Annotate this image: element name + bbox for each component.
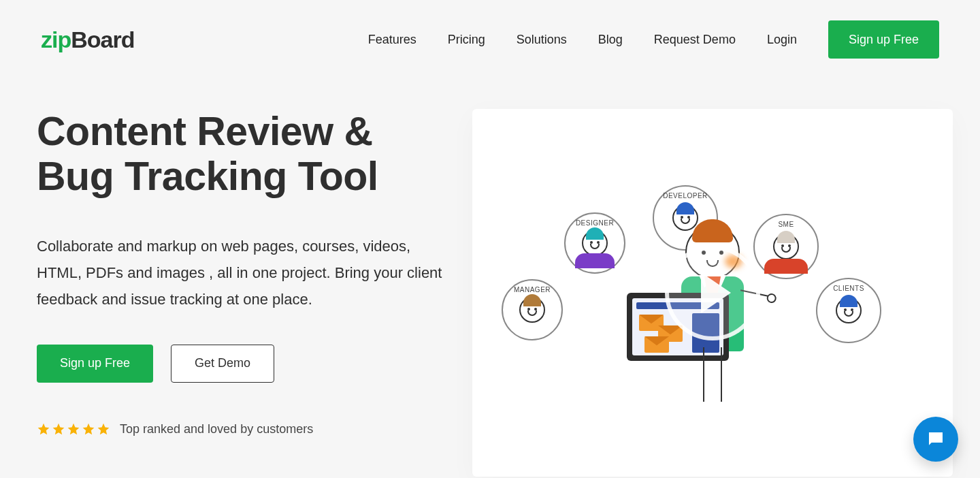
role-label-sme: SME	[778, 221, 794, 228]
hero-title-line1: Content Review &	[37, 109, 373, 154]
hero-left: Content Review & Bug Tracking Tool Colla…	[37, 109, 445, 477]
star-icon	[67, 422, 80, 436]
face-icon	[582, 230, 608, 256]
brand-logo[interactable]: zipBoard	[41, 27, 134, 53]
envelope-icon	[644, 336, 669, 353]
play-video-button[interactable]	[665, 245, 760, 340]
brand-logo-part1: zip	[41, 27, 71, 53]
star-icon	[37, 422, 50, 436]
hero-signup-button[interactable]: Sign up Free	[37, 345, 153, 383]
rating-text: Top ranked and loved by customers	[120, 422, 313, 436]
role-label-designer: DESIGNER	[576, 219, 614, 227]
top-nav: zipBoard Features Pricing Solutions Blog…	[0, 0, 980, 65]
face-icon	[773, 234, 799, 259]
hero-demo-button[interactable]: Get Demo	[171, 345, 274, 383]
nav-solutions[interactable]: Solutions	[517, 33, 567, 47]
role-bubble-designer: DESIGNER	[564, 212, 625, 274]
nav-signup-button[interactable]: Sign up Free	[828, 20, 939, 59]
face-icon	[836, 298, 862, 323]
role-bubble-clients: CLIENTS	[816, 278, 881, 343]
nav-links: Features Pricing Solutions Blog Request …	[368, 33, 797, 47]
hero-ctas: Sign up Free Get Demo	[37, 345, 445, 383]
star-icon	[52, 422, 65, 436]
nav-pricing[interactable]: Pricing	[448, 33, 485, 47]
star-icon	[82, 422, 95, 436]
play-icon	[701, 272, 731, 313]
nav-blog[interactable]: Blog	[598, 33, 623, 47]
role-label-manager: MANAGER	[514, 286, 551, 293]
hero: Content Review & Bug Tracking Tool Colla…	[0, 65, 980, 477]
chat-icon	[926, 429, 946, 449]
rating-row: Top ranked and loved by customers	[37, 422, 445, 436]
chat-launcher-button[interactable]	[913, 417, 958, 462]
brand-logo-part2: Board	[71, 27, 134, 53]
hero-title-line2: Bug Tracking Tool	[37, 154, 378, 199]
hero-title: Content Review & Bug Tracking Tool	[37, 109, 445, 199]
nav-request-demo[interactable]: Request Demo	[654, 33, 736, 47]
nav-features[interactable]: Features	[368, 33, 416, 47]
face-icon	[519, 297, 545, 323]
hero-video-card: MANAGER DESIGNER DEVELOPER SME CLIENTS	[472, 109, 953, 477]
hero-subtitle: Collaborate and markup on web pages, cou…	[37, 233, 445, 313]
role-label-clients: CLIENTS	[833, 285, 864, 292]
role-label-developer: DEVELOPER	[663, 192, 708, 200]
nav-login[interactable]: Login	[767, 33, 797, 47]
rating-stars	[37, 422, 110, 436]
role-bubble-manager: MANAGER	[502, 279, 563, 340]
star-icon	[97, 422, 110, 436]
